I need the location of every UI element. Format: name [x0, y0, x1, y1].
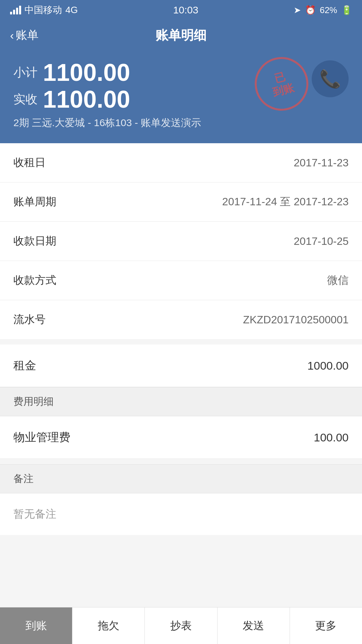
- tab-daodang-label: 到账: [25, 619, 47, 633]
- battery-label: 62%: [320, 5, 337, 15]
- remarks-content: 暂无备注: [0, 493, 362, 535]
- phone-icon: 📞: [319, 69, 341, 89]
- payment-stamp: 已 到账: [255, 57, 308, 111]
- bottom-tab-bar: 到账 拖欠 抄表 发送 更多: [0, 607, 362, 644]
- tab-gengduo[interactable]: 更多: [290, 607, 362, 644]
- tab-gengduo-label: 更多: [315, 619, 337, 633]
- back-label: 账单: [16, 28, 39, 43]
- alarm-icon: ⏰: [305, 5, 316, 15]
- phone-button[interactable]: 📞: [312, 60, 349, 97]
- tab-chaobiao[interactable]: 抄表: [145, 607, 217, 644]
- info-value-1: 2017-11-24 至 2017-12-23: [222, 195, 349, 209]
- info-row-1: 账单周期 2017-11-24 至 2017-12-23: [0, 182, 362, 222]
- back-button[interactable]: ‹ 账单: [10, 28, 39, 43]
- carrier-label: 中国移动: [24, 4, 62, 16]
- status-left: 中国移动 4G: [10, 4, 78, 16]
- remarks-empty-text: 暂无备注: [13, 508, 56, 520]
- info-label-1: 账单周期: [13, 195, 56, 209]
- rent-row: 租金 1000.00: [0, 344, 362, 387]
- info-value-4: ZKZD2017102500001: [243, 314, 349, 326]
- remarks-section-header: 备注: [0, 464, 362, 493]
- tab-tuoqian[interactable]: 拖欠: [72, 607, 144, 644]
- fee-header-text: 费用明细: [13, 396, 54, 407]
- location-icon: ➤: [294, 5, 301, 15]
- time-label: 10:03: [173, 4, 198, 16]
- battery-icon: 🔋: [341, 5, 352, 15]
- network-label: 4G: [65, 5, 78, 15]
- fee-item-label-0: 物业管理费: [13, 430, 70, 445]
- page-title: 账单明细: [156, 27, 206, 44]
- rent-label: 租金: [13, 358, 36, 373]
- fee-section-header: 费用明细: [0, 387, 362, 416]
- info-value-3: 微信: [327, 273, 349, 288]
- rent-value: 1000.00: [307, 359, 349, 372]
- signal-icon: [10, 6, 21, 14]
- status-bar: 中国移动 4G 10:03 ➤ ⏰ 62% 🔋: [0, 0, 362, 20]
- status-right: ➤ ⏰ 62% 🔋: [294, 5, 352, 15]
- tab-tuoqian-label: 拖欠: [98, 619, 119, 633]
- nav-bar: ‹ 账单 账单明细: [0, 20, 362, 50]
- subtotal-label: 小计: [13, 64, 38, 81]
- fee-item-0: 物业管理费 100.00: [0, 416, 362, 459]
- actual-value: 1100.00: [43, 87, 130, 111]
- info-value-0: 2017-11-23: [294, 157, 349, 169]
- remarks-header-text: 备注: [13, 473, 34, 484]
- info-row-3: 收款方式 微信: [0, 261, 362, 300]
- info-label-0: 收租日: [13, 155, 46, 170]
- tab-fasong[interactable]: 发送: [218, 607, 290, 644]
- back-chevron-icon: ‹: [10, 29, 14, 42]
- tab-chaobiao-label: 抄表: [170, 619, 192, 633]
- info-row-4: 流水号 ZKZD2017102500001: [0, 300, 362, 339]
- info-row-2: 收款日期 2017-10-25: [0, 222, 362, 261]
- subtotal-value: 1100.00: [43, 60, 130, 85]
- info-row-0: 收租日 2017-11-23: [0, 143, 362, 182]
- header-section: 小计 1100.00 实收 1100.00 已 到账 📞 2期 三远.大爱城 -…: [0, 50, 362, 143]
- info-label-2: 收款日期: [13, 234, 56, 249]
- header-subtitle: 2期 三远.大爱城 - 16栋103 - 账单发送演示: [13, 116, 349, 130]
- info-section: 收租日 2017-11-23 账单周期 2017-11-24 至 2017-12…: [0, 143, 362, 339]
- info-label-4: 流水号: [13, 312, 46, 327]
- fee-item-value-0: 100.00: [314, 431, 349, 444]
- info-value-2: 2017-10-25: [294, 235, 349, 248]
- tab-fasong-label: 发送: [243, 619, 264, 633]
- actual-label: 实收: [13, 91, 38, 108]
- tab-daodang[interactable]: 到账: [0, 607, 72, 644]
- info-label-3: 收款方式: [13, 273, 56, 288]
